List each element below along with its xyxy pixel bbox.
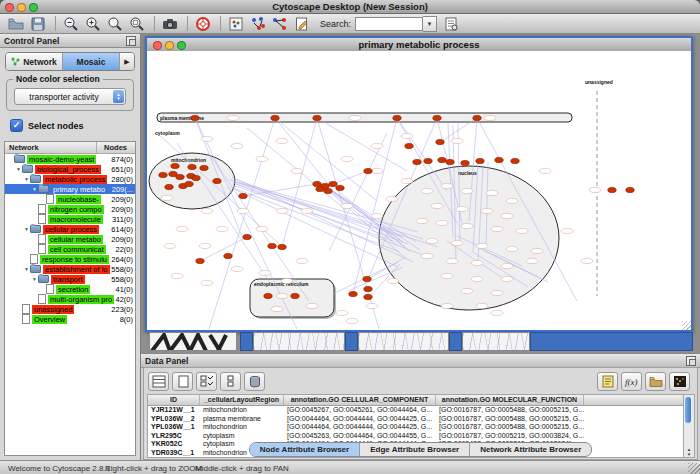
table-row[interactable]: YPL036W__2plasma membrane[GO:0044464, GO… xyxy=(148,415,683,424)
background-window-edge[interactable] xyxy=(240,332,253,351)
network-node[interactable] xyxy=(264,293,272,298)
matrix-view-icon[interactable] xyxy=(669,372,690,391)
background-window-thumbnail[interactable] xyxy=(253,332,345,351)
network-node[interactable] xyxy=(278,244,286,249)
network-node[interactable] xyxy=(271,115,279,120)
network-node[interactable] xyxy=(316,186,324,191)
tree-row[interactable]: nucleobase-209(0) xyxy=(5,194,135,204)
select-attributes-icon[interactable] xyxy=(196,372,217,391)
tab-overflow-button[interactable]: ▶ xyxy=(120,53,134,70)
zoom-in-icon[interactable] xyxy=(83,15,103,33)
network-node[interactable] xyxy=(349,291,357,296)
tree-expand-arrow-icon[interactable]: ▼ xyxy=(23,176,30,182)
network-canvas[interactable]: plasma membrane cytoplasm mitochondrion … xyxy=(147,51,691,330)
network-node[interactable] xyxy=(324,188,332,193)
network-node[interactable] xyxy=(176,174,184,179)
attribute-grid-icon[interactable] xyxy=(148,372,169,391)
tree-row[interactable]: ▼cellular process614(0) xyxy=(5,224,135,234)
browser-tab[interactable]: Network Attribute Browser xyxy=(470,443,591,456)
edit-network-icon[interactable] xyxy=(292,15,312,33)
column-header[interactable]: annotation.GO MOLECULAR_FUNCTION xyxy=(436,395,584,405)
network-node[interactable] xyxy=(185,181,193,186)
network-window-title-bar[interactable]: primary metabolic process xyxy=(147,38,691,52)
search-options-icon[interactable] xyxy=(441,15,461,33)
network-node[interactable] xyxy=(243,234,251,239)
app-resize-grip[interactable] xyxy=(688,463,700,474)
network-node[interactable] xyxy=(200,165,208,170)
table-row[interactable]: YLR295Ccytoplasm[GO:0045263, GO:0044464,… xyxy=(148,432,683,441)
network-node[interactable] xyxy=(291,293,299,298)
layout-edges-icon[interactable] xyxy=(270,15,290,33)
network-node[interactable] xyxy=(196,258,204,263)
background-window-thumbnail[interactable] xyxy=(149,332,237,351)
tree-expand-arrow-icon[interactable]: ▼ xyxy=(31,276,38,282)
network-node[interactable] xyxy=(363,276,371,281)
network-node[interactable] xyxy=(476,158,484,163)
window-resize-grip[interactable] xyxy=(682,321,691,330)
tree-row[interactable]: nitrogen compo209(0) xyxy=(5,204,135,214)
browser-tab[interactable]: Node Attribute Browser xyxy=(250,443,361,456)
node-color-dropdown[interactable]: transporter activity ▲▼ xyxy=(14,88,126,105)
table-row[interactable]: YPL036W__1mitochondrion[GO:0044464, GO:0… xyxy=(148,423,683,432)
network-node[interactable] xyxy=(268,243,276,248)
network-node[interactable] xyxy=(608,187,616,192)
network-node[interactable] xyxy=(433,115,441,120)
network-node[interactable] xyxy=(438,157,446,162)
network-node[interactable] xyxy=(626,187,634,192)
tree-header-nodes[interactable]: Nodes xyxy=(97,142,135,153)
network-node[interactable] xyxy=(239,193,247,198)
tree-row[interactable]: secretion41(0) xyxy=(5,284,135,294)
annotation-icon[interactable] xyxy=(226,15,246,33)
zoom-fit-icon[interactable] xyxy=(127,15,147,33)
background-window-edge[interactable] xyxy=(449,332,462,351)
zoom-selected-icon[interactable] xyxy=(105,15,125,33)
background-window-thumbnail[interactable] xyxy=(462,332,530,351)
select-nodes-checkbox[interactable]: ✓ xyxy=(10,119,23,132)
tree-expand-arrow-icon[interactable]: ▼ xyxy=(15,166,22,172)
network-node[interactable] xyxy=(159,172,167,177)
tab-network[interactable]: Network xyxy=(6,53,63,70)
network-node[interactable] xyxy=(511,158,519,163)
network-node[interactable] xyxy=(446,159,454,164)
tree-row[interactable]: ▼primary metabo209(... xyxy=(5,184,135,194)
tree-expand-arrow-icon[interactable]: ▼ xyxy=(31,186,38,192)
help-lifering-icon[interactable] xyxy=(193,15,213,33)
open-folder-icon[interactable] xyxy=(6,15,26,33)
layout-nodes-icon[interactable] xyxy=(248,15,268,33)
tree-row[interactable]: mosaic-demo-yeast874(0) xyxy=(5,154,135,164)
tree-header-network[interactable]: Network xyxy=(5,142,97,153)
network-node[interactable] xyxy=(224,253,232,258)
tree-row[interactable]: ▼metabolic process280(0) xyxy=(5,174,135,184)
tree-row[interactable]: Overview8(0) xyxy=(5,314,135,324)
network-node[interactable] xyxy=(336,185,344,190)
network-node[interactable] xyxy=(495,157,503,162)
column-header[interactable]: ID xyxy=(148,395,200,405)
network-node[interactable] xyxy=(313,115,321,120)
network-node[interactable] xyxy=(364,294,372,299)
snapshot-camera-icon[interactable] xyxy=(160,15,180,33)
tree-row[interactable]: response to stimulu264(0) xyxy=(5,254,135,264)
network-node[interactable] xyxy=(188,164,196,169)
float-panel-icon[interactable] xyxy=(686,356,696,366)
network-node[interactable] xyxy=(393,115,401,120)
tree-row[interactable]: ▼biological_process651(0) xyxy=(5,164,135,174)
background-window-edge[interactable] xyxy=(530,332,693,351)
network-node[interactable] xyxy=(213,178,221,183)
tree-row[interactable]: cellular metabo209(0) xyxy=(5,234,135,244)
tab-mosaic[interactable]: Mosaic xyxy=(63,53,120,70)
network-node[interactable] xyxy=(364,286,372,291)
attribute-notes-icon[interactable] xyxy=(597,372,618,391)
column-header[interactable]: _cellularLayoutRegion xyxy=(200,395,284,405)
network-node[interactable] xyxy=(473,115,481,120)
new-attribute-icon[interactable] xyxy=(172,372,193,391)
search-input[interactable] xyxy=(355,17,423,31)
network-node[interactable] xyxy=(424,158,432,163)
tree-row[interactable]: ▼establishment of lo558(0) xyxy=(5,264,135,274)
search-dropdown-button[interactable]: ▼ xyxy=(423,16,437,32)
network-node[interactable] xyxy=(313,181,321,186)
browser-tab[interactable]: Edge Attribute Browser xyxy=(360,443,470,456)
network-node[interactable] xyxy=(192,175,200,180)
network-node[interactable] xyxy=(413,159,421,164)
plasma-membrane-region[interactable] xyxy=(157,113,572,122)
tree-row[interactable]: macromolecule311(0) xyxy=(5,214,135,224)
